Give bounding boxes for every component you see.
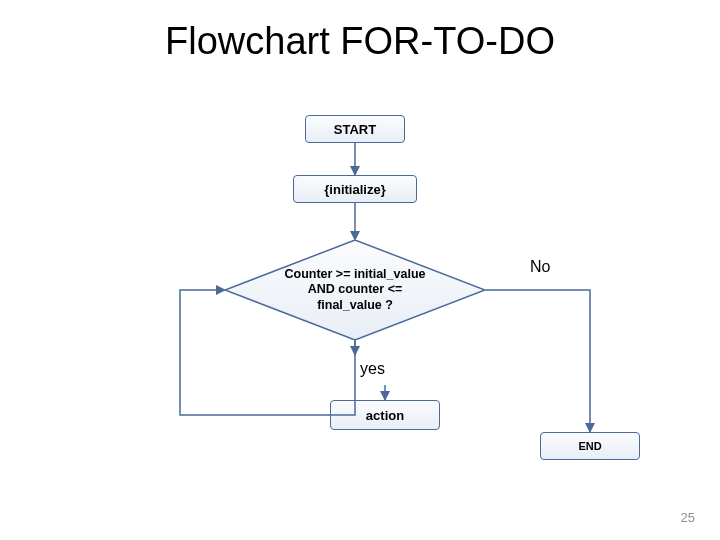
flow-arrows (0, 0, 720, 540)
slide-number: 25 (681, 510, 695, 525)
